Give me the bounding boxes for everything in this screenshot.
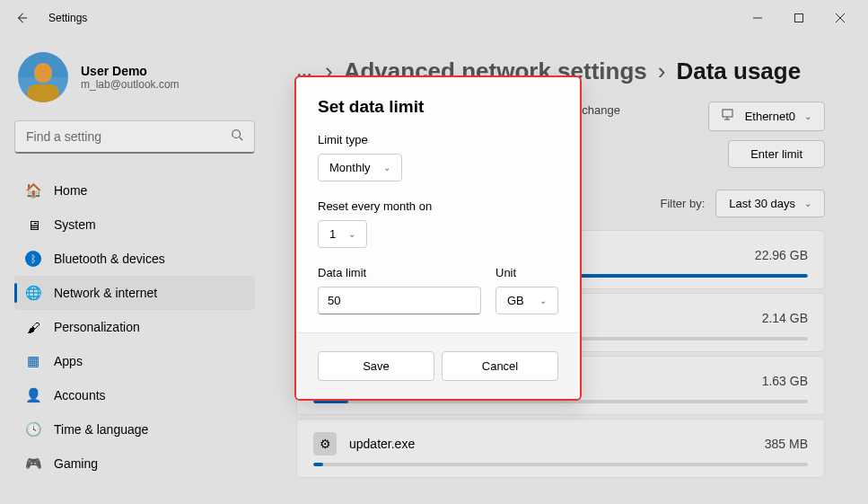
reset-day-select[interactable]: 1 ⌄ (318, 220, 367, 248)
chevron-down-icon: ⌄ (383, 163, 390, 172)
set-data-limit-dialog: Set data limit Limit type Monthly ⌄ Rese… (294, 75, 582, 401)
unit-select[interactable]: GB ⌄ (495, 287, 558, 314)
limit-type-select[interactable]: Monthly ⌄ (318, 154, 402, 181)
reset-day-value: 1 (329, 227, 336, 241)
unit-label: Unit (495, 266, 558, 279)
data-limit-label: Data limit (318, 266, 481, 279)
limit-type-value: Monthly (329, 161, 371, 174)
reset-day-label: Reset every month on (318, 199, 558, 213)
limit-type-label: Limit type (318, 133, 558, 146)
chevron-down-icon: ⌄ (348, 229, 355, 239)
data-limit-input[interactable] (318, 287, 481, 314)
unit-value: GB (507, 294, 524, 307)
dialog-title: Set data limit (318, 97, 558, 117)
save-button[interactable]: Save (318, 351, 434, 381)
cancel-button[interactable]: Cancel (442, 351, 558, 381)
chevron-down-icon: ⌄ (539, 296, 547, 305)
